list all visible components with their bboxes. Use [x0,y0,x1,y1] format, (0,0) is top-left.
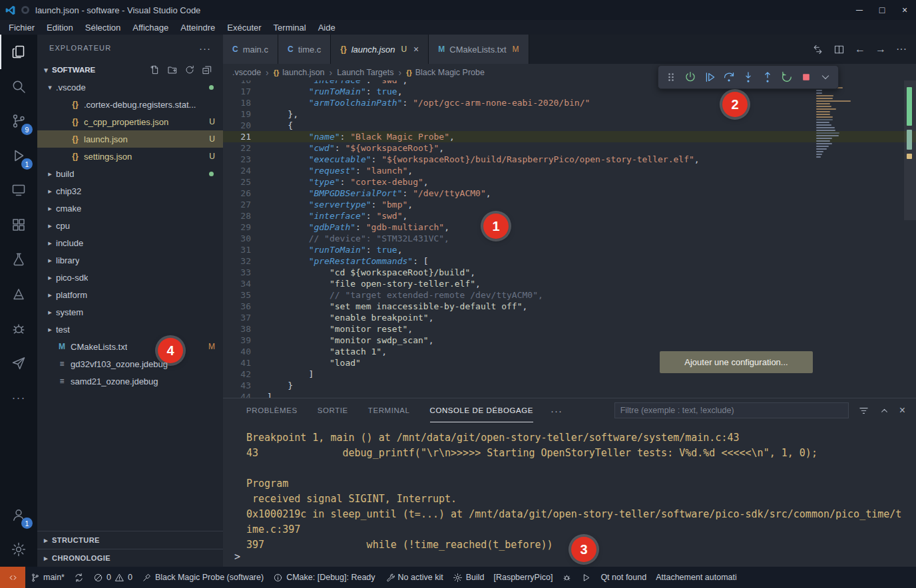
tree-item-system[interactable]: ▸system [37,303,223,321]
menu-executer[interactable]: Exécuter [221,20,267,35]
activity-manage-icon[interactable] [0,532,37,567]
status-sync-status[interactable] [69,567,89,588]
close-button[interactable]: × [893,0,916,20]
breadcrumb-black-magic-probe[interactable]: {}Black Magic Probe [406,68,485,77]
status-git-branch[interactable]: main* [25,567,69,588]
tree-item-settings-json[interactable]: {}settings.jsonU [37,148,223,165]
more-panel-tabs-icon[interactable]: ··· [551,405,563,416]
menu-edition[interactable]: Edition [41,20,79,35]
tree-item-test[interactable]: ▸test [37,321,223,338]
close-tab-icon[interactable]: × [413,44,419,55]
tree-item-pico-sdk[interactable]: ▸pico-sdk [37,269,223,286]
navigate-back-icon[interactable]: ← [855,43,865,55]
activity-testing-icon[interactable] [0,242,37,277]
breadcrumb-vscode[interactable]: .vscode [232,68,261,77]
tree-item-gd32vf103-ozone-jdebug[interactable]: ≡gd32vf103_ozone.jdebug [37,355,223,372]
tree-item-chip32[interactable]: ▸chip32 [37,182,223,200]
status-problems[interactable]: 00 [89,567,137,588]
menu-fichier[interactable]: Fichier [3,20,41,35]
minimize-button[interactable]: ─ [848,0,871,20]
console-prompt-row[interactable]: > [223,551,240,565]
status-cmake-build[interactable]: Build [448,567,489,588]
more-actions-icon[interactable]: ··· [896,43,907,55]
step-over-icon[interactable] [720,68,738,86]
more-debug-icon[interactable] [816,68,835,86]
panel-tab-console-de-debogage[interactable]: CONSOLE DE DÉBOGAGE [430,398,533,422]
tree-item-vscode[interactable]: ▾.vscode [37,78,223,96]
section-software[interactable]: ▾ SOFTWARE [37,61,223,78]
overview-ruler[interactable] [904,80,916,398]
reset-icon[interactable] [681,68,700,86]
menu-aide[interactable]: Aide [312,20,342,35]
maximize-button[interactable]: □ [871,0,893,20]
console-filter-input[interactable] [614,402,849,418]
minimap[interactable] [812,80,903,398]
navigate-forward-icon[interactable]: → [875,43,886,55]
status-remote-indicator[interactable] [0,567,25,588]
split-editor-icon[interactable] [833,44,845,55]
activity-source-control-icon[interactable]: 9 [0,104,37,138]
tree-item-build[interactable]: ▸build [37,165,223,182]
status-cmake-status[interactable]: CMake: [Debug]: Ready [268,567,379,588]
tree-item-cmakelists-txt[interactable]: MCMakeLists.txtM [37,338,223,355]
tree-item-cmake[interactable]: ▸cmake [37,200,223,217]
status-cmake-kit[interactable]: No active kit [380,567,448,588]
activity-run-and-debug-icon[interactable]: 1 [0,138,37,173]
activity-search-icon[interactable] [0,69,37,104]
drag-handle-icon[interactable] [662,68,680,86]
activity-accounts-icon[interactable]: 1 [0,498,37,532]
panel-tab-problemes[interactable]: PROBLÈMES [246,398,298,422]
tab-launch-json[interactable]: {}launch.jsonU× [331,35,429,64]
filter-icon[interactable] [858,405,869,416]
tree-item-platform[interactable]: ▸platform [37,286,223,303]
open-changes-icon[interactable] [812,44,823,55]
status-debug-target[interactable] [557,567,576,588]
menu-selection[interactable]: Sélection [79,20,126,35]
activity-remote-explorer-icon[interactable] [0,173,37,208]
maximize-panel-icon[interactable] [879,405,890,416]
title-bar[interactable]: launch.json - software - Visual Studio C… [0,0,916,20]
activity-live-share-icon[interactable] [0,346,37,380]
panel-tab-sortie[interactable]: SORTIE [318,398,348,422]
tree-item-include[interactable]: ▸include [37,234,223,251]
activity-debug-alt-icon[interactable] [0,311,37,346]
tree-item-c-cpp-properties-json[interactable]: {}c_cpp_properties.jsonU [37,113,223,130]
menu-affichage[interactable]: Affichage [126,20,174,35]
tree-item-cortex-debug-registers-stat[interactable]: {}.cortex-debug.registers.stat... [37,96,223,113]
tree-item-cpu[interactable]: ▸cpu [37,217,223,234]
tab-cmakelists-txt[interactable]: MCMakeLists.txtM [429,35,529,64]
tab-time-c[interactable]: Ctime.c [278,35,331,64]
section-chronologie[interactable]: ▸CHRONOLOGIE [37,549,223,567]
new-file-icon[interactable] [150,65,160,75]
activity-test-explorer-icon[interactable] [0,277,37,311]
step-out-icon[interactable] [758,68,777,86]
tree-item-samd21-ozone-jdebug[interactable]: ≡samd21_ozone.jdebug [37,372,223,390]
tree-item-library[interactable]: ▸library [37,251,223,269]
add-configuration-button[interactable]: Ajouter une configuration... [660,351,813,373]
stop-icon[interactable] [797,68,815,86]
breadcrumb-launch-json[interactable]: {}launch.json [274,68,325,77]
activity-explorer-icon[interactable] [0,35,37,69]
status-auto-attach[interactable]: Attachement automati [651,567,742,588]
restart-icon[interactable] [778,68,796,86]
close-panel-icon[interactable]: × [899,404,905,416]
step-into-icon[interactable] [739,68,758,86]
activity-more-views-icon[interactable]: ··· [0,380,37,415]
status-debug-config[interactable]: Black Magic Probe (software) [137,567,268,588]
status-qt-status[interactable]: Qt not found [596,567,651,588]
breadcrumb-launch-targets[interactable]: Launch Targets [337,68,393,77]
continue-icon[interactable] [700,68,719,86]
panel-tab-terminal[interactable]: TERMINAL [368,398,410,422]
refresh-icon[interactable] [184,65,195,75]
menu-terminal[interactable]: Terminal [268,20,312,35]
collapse-all-icon[interactable] [202,65,212,75]
status-cmake-variant[interactable]: [RaspberryPico] [489,567,557,588]
new-folder-icon[interactable] [167,65,178,75]
section-structure[interactable]: ▸STRUCTURE [37,531,223,549]
menu-atteindre[interactable]: Atteindre [174,20,221,35]
status-launch-target[interactable] [576,567,596,588]
tab-main-c[interactable]: Cmain.c [223,35,278,64]
activity-extensions-icon[interactable] [0,208,37,242]
tree-item-launch-json[interactable]: {}launch.jsonU [37,130,223,148]
explorer-more-icon[interactable]: ··· [199,43,211,54]
